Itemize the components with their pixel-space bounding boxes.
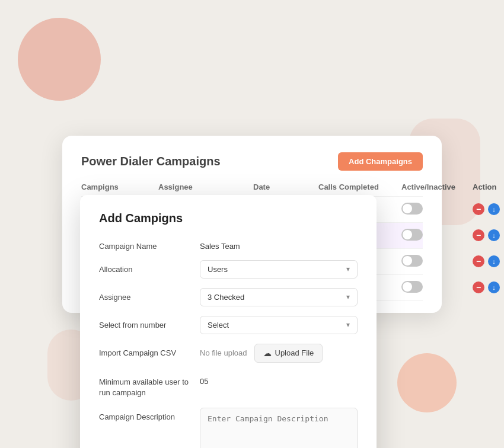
chevron-down-icon: ▾: [346, 293, 350, 301]
action-icons-2: − ↓: [473, 255, 504, 267]
upload-file-button[interactable]: ☁ Upload File: [254, 344, 323, 363]
modal-title: Add Campigns: [99, 212, 358, 225]
download-icon-2[interactable]: ↓: [488, 255, 500, 267]
cell-action-1: − ↓: [473, 229, 504, 241]
modal-overlay: Add Campigns Campaign Name Sales Team Al…: [62, 136, 442, 313]
assignee-value: 3 Checked: [208, 293, 244, 302]
select-from-number-label: Select from number: [99, 316, 200, 329]
action-icons-1: − ↓: [473, 229, 504, 241]
bg-circle-top-left: [18, 18, 101, 101]
download-icon-1[interactable]: ↓: [488, 229, 500, 241]
remove-icon-1[interactable]: −: [473, 229, 484, 241]
min-user-label: Minimum available user to run campaign: [99, 372, 200, 398]
cloud-icon: ☁: [263, 348, 272, 358]
allocation-select[interactable]: Users ▾: [200, 260, 358, 279]
main-card: Power Dialer Campaigns Add Champaigns Ca…: [62, 136, 442, 313]
select-number-value: Select: [208, 321, 229, 329]
no-file-text: No file upload: [200, 348, 247, 357]
form-row-min-user: Minimum available user to run campaign 0…: [99, 372, 358, 398]
campaign-name-value: Sales Team: [200, 237, 358, 251]
min-user-value: 05: [200, 372, 208, 386]
form-row-allocation: Allocation Users ▾: [99, 260, 358, 279]
remove-icon-2[interactable]: −: [473, 255, 484, 267]
chevron-down-icon: ▾: [346, 265, 350, 273]
allocation-value: Users: [208, 265, 228, 274]
form-row-select-number: Select from number Select ▾: [99, 316, 358, 334]
remove-icon-0[interactable]: −: [473, 203, 484, 215]
campaign-name-label: Campaign Name: [99, 237, 200, 251]
bg-circle-bottom-right: [397, 353, 457, 412]
description-label: Campaign Description: [99, 408, 200, 421]
upload-btn-label: Upload File: [275, 348, 314, 357]
assignee-label: Assignee: [99, 288, 200, 302]
cell-action-0: − ↓: [473, 203, 504, 215]
form-row-campaign-name: Campaign Name Sales Team: [99, 237, 358, 251]
add-campaign-modal: Add Campigns Campaign Name Sales Team Al…: [80, 195, 377, 449]
description-textarea[interactable]: [200, 408, 358, 448]
col-header-action: Action: [473, 183, 504, 191]
remove-icon-3[interactable]: −: [473, 281, 484, 293]
upload-section: No file upload ☁ Upload File: [200, 344, 323, 363]
form-row-import-csv: Import Campaign CSV No file upload ☁ Upl…: [99, 344, 358, 363]
form-row-description: Campaign Description: [99, 408, 358, 448]
cell-action-3: − ↓: [473, 281, 504, 293]
download-icon-0[interactable]: ↓: [488, 203, 500, 215]
action-icons-3: − ↓: [473, 281, 504, 293]
chevron-down-icon: ▾: [346, 321, 350, 329]
cell-action-2: − ↓: [473, 255, 504, 267]
form-row-assignee: Assignee 3 Checked ▾: [99, 288, 358, 306]
select-from-number-select[interactable]: Select ▾: [200, 316, 358, 334]
import-csv-label: Import Campaign CSV: [99, 344, 200, 357]
action-icons-0: − ↓: [473, 203, 504, 215]
download-icon-3[interactable]: ↓: [488, 281, 500, 293]
assignee-select[interactable]: 3 Checked ▾: [200, 288, 358, 306]
allocation-label: Allocation: [99, 260, 200, 274]
